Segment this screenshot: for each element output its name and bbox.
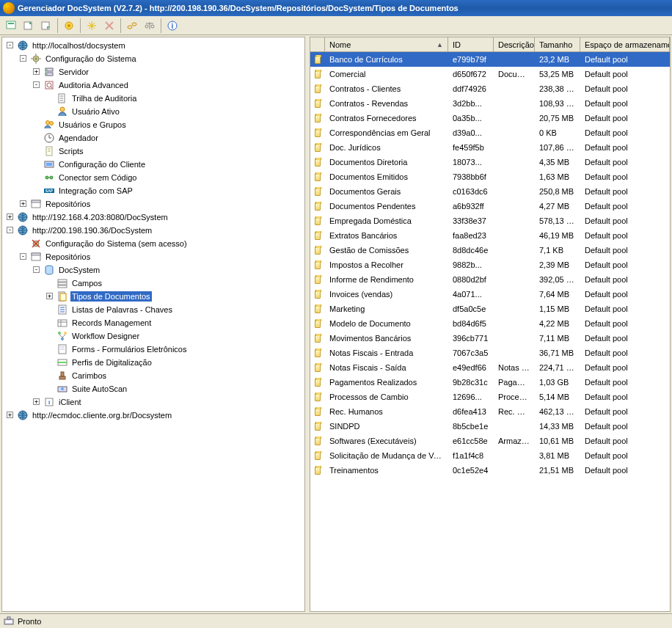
tree-item[interactable]: Usuários e Grupos xyxy=(4,118,303,131)
tree-item[interactable]: Forms - Formulários Eletrônicos xyxy=(4,343,303,356)
table-row[interactable]: Invoices (vendas)4a071...7,64 MBDefault … xyxy=(310,287,670,302)
table-row[interactable]: Contratos - Clientesddf74926238,38 MBDef… xyxy=(310,81,670,96)
tree-expander-icon[interactable]: + xyxy=(7,412,13,418)
toolbar-btn-balance[interactable] xyxy=(142,18,158,34)
table-row[interactable]: Correspondências em Gerald39a0...0 KBDef… xyxy=(310,125,670,140)
tree-item[interactable]: -Auditoria Advanced xyxy=(4,78,303,92)
table-row[interactable]: Gestão de Comissões8d8dc46e7,1 KBDefault… xyxy=(310,243,670,258)
tree-item[interactable]: +Repositórios xyxy=(4,197,303,211)
tree-item[interactable]: Perfis de Digitalização xyxy=(4,356,303,369)
tree-item[interactable]: Agendador xyxy=(4,131,303,145)
table-row[interactable]: Informe de Rendimento0880d2bf392,05 KBDe… xyxy=(310,272,670,287)
toolbar-btn-info[interactable]: i xyxy=(164,18,180,34)
tree-item[interactable]: +Servidor xyxy=(4,65,303,78)
tree-item[interactable]: -Repositórios xyxy=(4,250,303,263)
tree-item[interactable]: Configuração do Cliente xyxy=(4,158,303,171)
toolbar-btn-1[interactable] xyxy=(3,18,19,34)
tree-item[interactable]: Trilha de Auditoria xyxy=(4,92,303,105)
header-descricao[interactable]: Descrição xyxy=(494,37,535,51)
tree-item[interactable]: +iiClient xyxy=(4,395,303,409)
table-row[interactable]: Impostos a Recolher9882b...2,39 MBDefaul… xyxy=(310,258,670,272)
tree-expander-icon[interactable]: - xyxy=(7,227,13,233)
toolbar-separator xyxy=(120,18,121,33)
cell-id: 0c1e52e4 xyxy=(448,465,494,475)
toolbar-btn-link[interactable] xyxy=(124,18,140,34)
tree-expander-icon[interactable]: + xyxy=(33,398,40,405)
toolbar-btn-2[interactable] xyxy=(21,18,37,34)
tree-item[interactable]: Scripts xyxy=(4,145,303,158)
table-row[interactable]: Notas Fiscais - Saídae49edf66Notas Fi...… xyxy=(310,360,670,375)
toolbar-btn-3[interactable] xyxy=(38,18,54,34)
table-row[interactable]: Notas Fiscais - Entrada7067c3a536,71 MBD… xyxy=(310,346,670,360)
tree-item[interactable]: -DocSystem xyxy=(4,263,303,277)
table-row[interactable]: Comerciald650f672Docume...53,25 MBDefaul… xyxy=(310,67,670,81)
table-row[interactable]: Softwares (Executáveis)e61cc58eArmaze...… xyxy=(310,434,670,448)
tree-expander-icon[interactable]: + xyxy=(33,68,40,75)
cell-espaco: Default pool xyxy=(580,157,670,167)
tree-item[interactable]: Conector sem Código xyxy=(4,171,303,184)
tree-item[interactable]: Workflow Designer xyxy=(4,329,303,343)
table-row[interactable]: Pagamentos Realizados9b28c31cPagame...1,… xyxy=(310,375,670,390)
table-row[interactable]: Documentos Diretoria18073...4,35 MBDefau… xyxy=(310,155,670,169)
toolbar-btn-4[interactable] xyxy=(61,18,77,34)
tree-item[interactable]: +http://ecmdoc.cliente.org.br/Docsystem xyxy=(4,409,303,422)
tree-item[interactable]: -Configuração do Sistema xyxy=(4,52,303,65)
table-row[interactable]: Modelo de Documentobd84d6f54,22 MBDefaul… xyxy=(310,316,670,331)
table-row[interactable]: Processos de Cambio12696...Process...5,1… xyxy=(310,390,670,404)
table-row[interactable]: Contratos - Revendas3d2bb...108,93 MBDef… xyxy=(310,96,670,111)
cell-tamanho: 1,03 GB xyxy=(535,377,580,387)
tree-expander-icon[interactable]: - xyxy=(20,55,26,62)
tree-expander-icon[interactable]: + xyxy=(46,293,53,299)
list-body[interactable]: Banco de Currículose799b79f23,2 MBDefaul… xyxy=(310,52,670,611)
table-row[interactable]: Documentos Geraisc0163dc6250,8 MBDefault… xyxy=(310,184,670,199)
cell-tamanho: 36,71 MB xyxy=(535,348,580,358)
toolbar-btn-new[interactable] xyxy=(84,18,100,34)
tree-item[interactable]: -http://200.198.190.36/DocSystem xyxy=(4,224,303,237)
table-row[interactable]: Documentos Pendentesa6b932ff4,27 MBDefau… xyxy=(310,199,670,213)
header-espaco[interactable]: Espaço de armazenamento xyxy=(580,37,670,51)
table-row[interactable]: Extratos Bancáriosfaa8ed2346,19 MBDefaul… xyxy=(310,228,670,243)
tree-expander-icon[interactable]: - xyxy=(7,42,13,48)
svg-text:i: i xyxy=(48,399,50,406)
tree-expander-icon[interactable]: + xyxy=(7,213,13,220)
tree-item[interactable]: SAPIntegração com SAP xyxy=(4,184,303,197)
table-row[interactable]: Marketingdf5a0c5e1,15 MBDefault pool xyxy=(310,302,670,316)
cell-desc xyxy=(494,308,535,310)
tree-item[interactable]: Campos xyxy=(4,277,303,290)
table-row[interactable]: Documentos Emitidos7938bb6f1,63 MBDefaul… xyxy=(310,169,670,184)
tree-item[interactable]: Suite AutoScan xyxy=(4,382,303,395)
table-row[interactable]: Solicitação de Mudança de VARf1a1f4c83,8… xyxy=(310,448,670,463)
table-row[interactable]: SINDPD8b5cbe1e14,33 MBDefault pool xyxy=(310,419,670,434)
tree-expander-icon[interactable]: - xyxy=(33,81,40,88)
tree-item[interactable]: Usuário Ativo xyxy=(4,105,303,118)
cell-espaco: Default pool xyxy=(580,274,670,285)
table-row[interactable]: Movimentos Bancários396cb7717,11 MBDefau… xyxy=(310,331,670,346)
tree-item[interactable]: Configuração do Sistema (sem acesso) xyxy=(4,237,303,250)
table-row[interactable]: Treinamentos0c1e52e421,51 MBDefault pool xyxy=(310,463,670,478)
tree-item[interactable]: -http://localhost/docsystem xyxy=(4,39,303,52)
tree-item[interactable]: Carimbos xyxy=(4,369,303,382)
tree-item[interactable]: +Tipos de Documentos xyxy=(4,290,303,303)
folder-icon xyxy=(310,422,325,431)
table-row[interactable]: Contratos Fornecedores0a35b...20,75 MBDe… xyxy=(310,111,670,125)
table-row[interactable]: Rec. Humanosd6fea413Rec. Hu...462,13 MBD… xyxy=(310,404,670,419)
tree-item[interactable]: +http://192.168.4.203:8080/DocSystem xyxy=(4,211,303,224)
tree-item[interactable]: Records Management xyxy=(4,316,303,329)
tree-panel[interactable]: -http://localhost/docsystem-Configuração… xyxy=(1,37,305,612)
tree-item[interactable]: Listas de Palavras - Chaves xyxy=(4,303,303,316)
table-row[interactable]: Empregada Doméstica33f38e37578,13 KBDefa… xyxy=(310,213,670,228)
header-tamanho[interactable]: Tamanho xyxy=(535,37,580,51)
tree-expander-icon[interactable]: - xyxy=(20,253,26,260)
header-nome[interactable]: Nome ▲ xyxy=(325,37,448,51)
app-icon xyxy=(3,2,15,14)
table-row[interactable]: Banco de Currículose799b79f23,2 MBDefaul… xyxy=(310,52,670,67)
table-row[interactable]: Doc. Jurídicosfe459f5b107,86 KBDefault p… xyxy=(310,140,670,155)
folder-icon xyxy=(310,99,325,109)
tree-expander-icon[interactable]: - xyxy=(33,266,40,273)
header-id[interactable]: ID xyxy=(448,37,494,51)
header-icon[interactable] xyxy=(310,37,325,51)
cell-tamanho: 5,14 MB xyxy=(535,392,580,402)
cell-espaco: Default pool xyxy=(580,333,670,343)
cell-espaco: Default pool xyxy=(580,436,670,446)
tree-expander-icon[interactable]: + xyxy=(20,200,26,207)
